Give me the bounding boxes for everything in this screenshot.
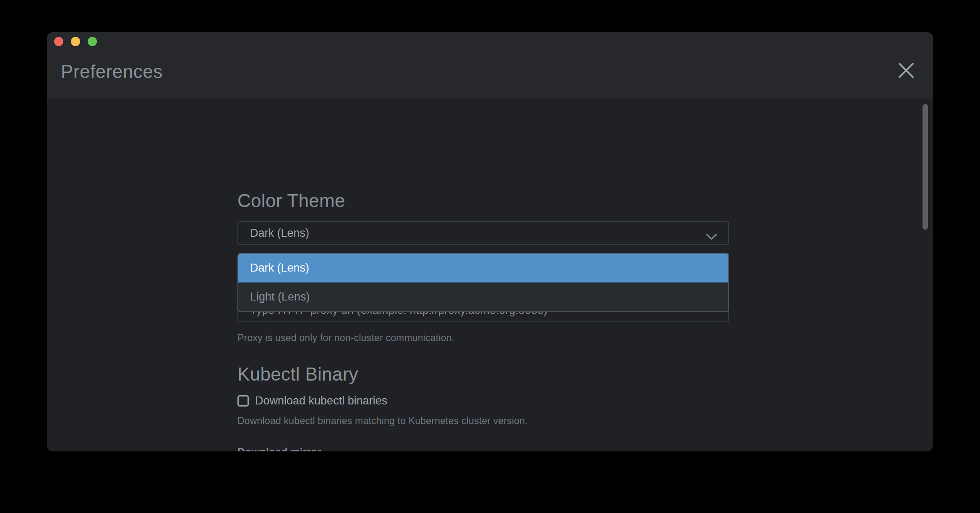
color-theme-select[interactable]: Dark (Lens) bbox=[237, 221, 729, 245]
color-theme-select-value: Dark (Lens) bbox=[250, 227, 706, 240]
download-kubectl-checkbox-label: Download kubectl binaries bbox=[255, 394, 387, 407]
color-theme-dropdown-menu: Dark (Lens) Light (Lens) bbox=[237, 253, 729, 312]
dropdown-option-light[interactable]: Light (Lens) bbox=[238, 282, 728, 311]
close-button[interactable] bbox=[896, 61, 916, 81]
title-bar: Preferences bbox=[47, 32, 933, 98]
kubectl-binary-heading: Kubectl Binary bbox=[237, 364, 729, 385]
close-icon bbox=[898, 62, 915, 80]
vertical-scrollbar-thumb[interactable] bbox=[923, 104, 928, 230]
dropdown-option-dark[interactable]: Dark (Lens) bbox=[238, 254, 728, 282]
download-mirror-label: Download mirror bbox=[237, 446, 729, 451]
chevron-down-icon bbox=[706, 230, 717, 237]
download-kubectl-checkbox-row[interactable]: Download kubectl binaries bbox=[237, 394, 729, 407]
preferences-content: Color Theme Dark (Lens) Dark (Lens) Ligh… bbox=[47, 98, 933, 451]
page-title: Preferences bbox=[61, 62, 163, 82]
color-theme-heading: Color Theme bbox=[237, 190, 729, 211]
proxy-helper-text: Proxy is used only for non-cluster commu… bbox=[237, 332, 729, 344]
download-kubectl-helper-text: Download kubectl binaries matching to Ku… bbox=[237, 415, 729, 427]
macos-minimize-button[interactable] bbox=[71, 37, 80, 46]
preferences-window: Preferences Color Theme Dark (Lens) Dark… bbox=[47, 32, 933, 451]
macos-close-button[interactable] bbox=[54, 37, 63, 46]
checkbox-unchecked-icon[interactable] bbox=[237, 395, 249, 407]
macos-maximize-button[interactable] bbox=[88, 37, 97, 46]
